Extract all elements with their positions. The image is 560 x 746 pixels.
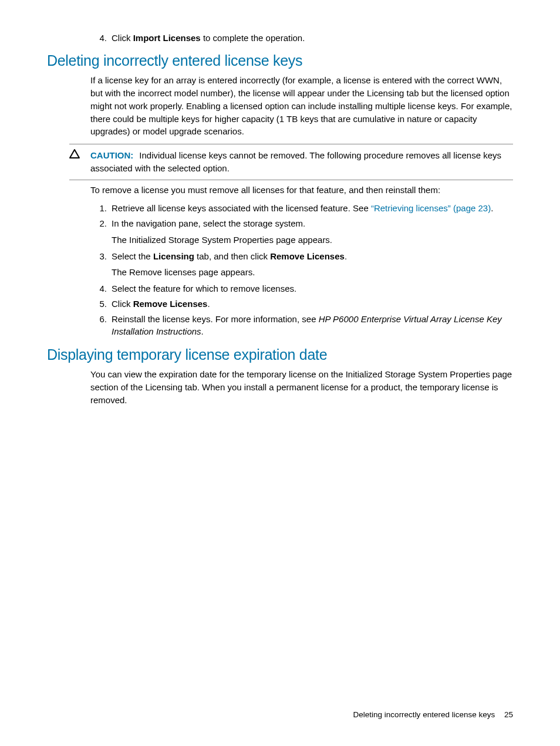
step-text-suffix: .	[201, 326, 204, 336]
step-text: Select the feature for which to remove l…	[112, 283, 296, 293]
step-number: 6.	[95, 313, 107, 326]
step-number: 1.	[95, 202, 107, 215]
page-content: 4. Click Import Licenses to complete the…	[0, 0, 560, 406]
step-number: 5.	[95, 298, 107, 310]
step-text-suffix: .	[491, 203, 493, 213]
step-subtext: The Remove licenses page appears.	[112, 266, 513, 279]
remove-step-2: 2. In the navigation pane, select the st…	[112, 217, 513, 247]
step-text-prefix: Click	[112, 33, 133, 43]
paragraph-displaying: You can view the expiration date for the…	[90, 368, 513, 406]
step-text-mid: tab, and then click	[194, 251, 270, 261]
step-text: Retrieve all license keys associated wit…	[112, 203, 371, 213]
step-text-suffix: .	[345, 251, 347, 261]
link-retrieving-licenses[interactable]: “Retrieving licenses” (page 23)	[371, 203, 491, 213]
step-text-prefix: Click	[112, 299, 133, 309]
paragraph-remove-intro: To remove a license you must remove all …	[90, 184, 513, 197]
step-number: 3.	[95, 250, 107, 263]
step-number: 4.	[95, 32, 107, 44]
remove-step-3: 3. Select the Licensing tab, and then cl…	[112, 250, 513, 279]
step-text-suffix: .	[207, 299, 210, 309]
step-number: 4.	[95, 282, 107, 295]
remove-step-4: 4. Select the feature for which to remov…	[112, 282, 513, 295]
remove-step-5: 5. Click Remove Licenses.	[112, 298, 513, 310]
paragraph-deleting: If a license key for an array is entered…	[90, 74, 513, 138]
step-number: 2.	[95, 217, 107, 230]
remove-step-1: 1. Retrieve all license keys associated …	[112, 202, 513, 215]
top-step-list: 4. Click Import Licenses to complete the…	[47, 32, 513, 44]
step-text: In the navigation pane, select the stora…	[112, 218, 305, 228]
caution-block: CAUTION:Individual license keys cannot b…	[69, 144, 513, 180]
caution-text: Individual license keys cannot be remove…	[90, 150, 501, 173]
step-subtext: The Initialized Storage System Propertie…	[112, 234, 513, 247]
page-number: 25	[504, 710, 513, 719]
page-footer: Deleting incorrectly entered license key…	[353, 710, 513, 719]
remove-steps-list: 1. Retrieve all license keys associated …	[90, 202, 513, 338]
step-text-prefix: Select the	[112, 251, 153, 261]
remove-licenses-button-label: Remove Licenses	[133, 299, 208, 309]
top-step-4: 4. Click Import Licenses to complete the…	[112, 32, 513, 44]
caution-label: CAUTION:	[90, 150, 133, 160]
footer-section-title: Deleting incorrectly entered license key…	[353, 710, 495, 719]
remove-step-6: 6. Reinstall the license keys. For more …	[112, 313, 513, 339]
caution-icon	[69, 149, 80, 158]
licensing-tab-label: Licensing	[153, 251, 194, 261]
heading-deleting-keys: Deleting incorrectly entered license key…	[47, 52, 513, 69]
step-text-prefix: Reinstall the license keys. For more inf…	[112, 314, 319, 324]
step-text-suffix: to complete the operation.	[201, 33, 305, 43]
remove-licenses-label: Remove Licenses	[270, 251, 345, 261]
import-licenses-label: Import Licenses	[133, 33, 201, 43]
heading-displaying-expiration: Displaying temporary license expiration …	[47, 346, 513, 363]
